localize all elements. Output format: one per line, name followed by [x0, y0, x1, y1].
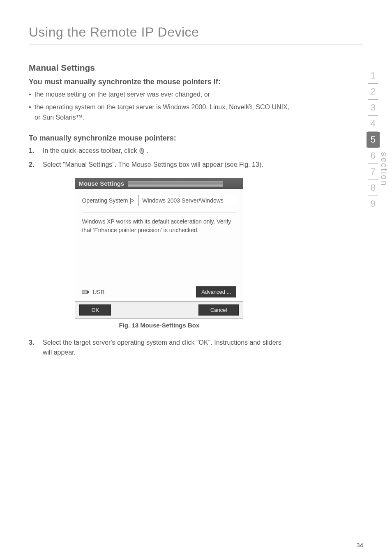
dialog-note: Windows XP works with its default accele… [82, 217, 236, 283]
os-row: Operating System |> Windows 2003 Server/… [82, 195, 236, 206]
figure-wrap: Mouse Settings Operating System |> Windo… [29, 178, 290, 318]
heading-to-sync: To manually synchronize mouse pointers: [29, 134, 290, 143]
index-item-4: 4 [367, 116, 380, 131]
titlebar-hatch [128, 181, 223, 187]
step-text-before: In the quick-access toolbar, click [43, 147, 139, 154]
bullet-item: the operating system on the target serve… [29, 102, 290, 123]
usb-row: USB Advanced ... [82, 286, 236, 297]
dialog-title: Mouse Settings [78, 180, 124, 187]
ok-button[interactable]: OK [79, 304, 111, 316]
index-item-9: 9 [367, 196, 380, 212]
index-item-3: 3 [367, 100, 380, 115]
heading-sync-if: You must manually synchronize the mouse … [29, 78, 290, 86]
mouse-cursor-icon [139, 147, 145, 155]
usb-connector-icon [82, 289, 89, 295]
bullet-list: the mouse setting on the target server w… [29, 90, 290, 122]
step-text: Select "Manual Settings". The Mouse-Sett… [43, 160, 290, 170]
page-number: 34 [356, 542, 363, 548]
index-item-2: 2 [367, 84, 380, 99]
dialog-titlebar: Mouse Settings [75, 178, 243, 189]
step-3: 3. Select the target server's operating … [29, 338, 290, 357]
advanced-button[interactable]: Advanced ... [196, 286, 236, 297]
index-item-8: 8 [367, 180, 380, 196]
step-number: 2. [29, 160, 43, 170]
figure-caption: Fig. 13 Mouse-Settings Box [29, 322, 290, 329]
bullet-item: the mouse setting on the target server w… [29, 90, 290, 100]
cancel-button[interactable]: Cancel [198, 304, 239, 316]
step-2: 2. Select "Manual Settings". The Mouse-S… [29, 160, 290, 170]
dialog-divider [82, 212, 236, 212]
heading-manual-settings: Manual Settings [29, 63, 290, 73]
title-rule [29, 44, 363, 44]
section-index: 1 2 3 4 5 6 7 8 9 section [367, 68, 380, 212]
index-item-6: 6 [367, 148, 380, 164]
dialog-body: Operating System |> Windows 2003 Server/… [75, 189, 243, 302]
index-item-7: 7 [367, 164, 380, 180]
step-text: In the quick-access toolbar, click . [43, 146, 290, 156]
dialog-footer: OK Cancel [75, 302, 243, 318]
step-text-after: . [146, 147, 148, 154]
step-text: Select the target server's operating sys… [43, 338, 290, 357]
usb-label: USB [92, 289, 104, 295]
usb-left: USB [82, 289, 104, 295]
index-item-5-active: 5 [367, 132, 380, 147]
mouse-settings-dialog: Mouse Settings Operating System |> Windo… [75, 178, 243, 318]
step-1: 1. In the quick-access toolbar, click . [29, 146, 290, 156]
svg-rect-3 [87, 291, 89, 293]
page-title: Using the Remote IP Device [29, 25, 363, 40]
os-select[interactable]: Windows 2003 Server/Windows [138, 195, 236, 206]
section-vertical-label: section [379, 152, 389, 187]
os-label: Operating System |> [82, 197, 134, 204]
step-number: 3. [29, 338, 43, 357]
main-content: Manual Settings You must manually synchr… [29, 63, 290, 357]
index-item-1: 1 [367, 68, 380, 83]
step-number: 1. [29, 146, 43, 156]
